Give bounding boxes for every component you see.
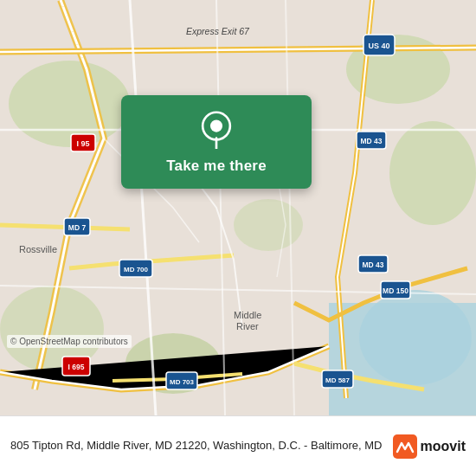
svg-text:Express Exit 67: Express Exit 67 [186,26,250,36]
svg-text:I 95: I 95 [76,139,89,148]
svg-text:MD 7: MD 7 [68,223,87,232]
svg-text:I 695: I 695 [68,363,85,371]
svg-text:MD 700: MD 700 [124,266,149,273]
svg-point-5 [234,199,303,251]
svg-text:MD 587: MD 587 [325,376,351,384]
moovit-logo: moovit [393,434,466,459]
svg-text:MD 43: MD 43 [362,261,383,269]
svg-text:Rossville: Rossville [19,244,57,254]
cta-card[interactable]: Take me there [121,95,312,189]
svg-text:Middle: Middle [234,310,261,320]
copyright-text: © OpenStreetMap contributors [7,335,132,348]
svg-text:River: River [236,321,259,331]
svg-text:US 40: US 40 [368,42,389,50]
take-me-there-button-label: Take me there [166,158,267,175]
address-text: 805 Tipton Rd, Middle River, MD 21220, W… [10,438,384,453]
svg-text:MD 150: MD 150 [383,286,408,295]
bottom-bar: 805 Tipton Rd, Middle River, MD 21220, W… [0,415,476,476]
svg-point-1 [9,61,130,147]
svg-point-3 [389,121,476,225]
location-pin-icon [197,111,235,149]
svg-text:MD 43: MD 43 [360,137,382,145]
svg-point-8 [359,290,472,385]
svg-rect-43 [393,434,417,459]
svg-text:MD 703: MD 703 [170,378,195,386]
moovit-brand-name: moovit [421,439,466,454]
svg-point-42 [210,120,222,132]
map-container: US 40 I 95 MD 43 MD 7 MD 700 MD 43 MD 15… [0,0,476,415]
moovit-icon [393,434,417,459]
